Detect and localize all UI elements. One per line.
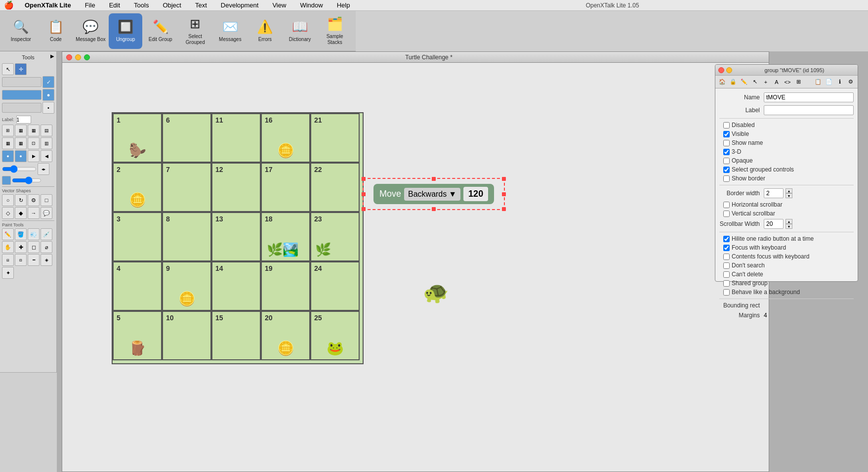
opaque-checkbox[interactable] <box>723 158 730 164</box>
handle-bm[interactable] <box>432 207 436 211</box>
menu-tools[interactable]: Tools <box>131 0 152 10</box>
move-outer[interactable]: Move Backwards ▼ 120 <box>373 184 494 204</box>
menu-app-name[interactable]: OpenXTalk Lite <box>22 0 74 10</box>
arrow-right[interactable]: ▶ <box>28 150 40 162</box>
menu-file[interactable]: File <box>82 0 98 10</box>
menu-development[interactable]: Development <box>218 0 262 10</box>
grid-btn2[interactable]: ▦ <box>15 125 27 136</box>
toolbar-sample-stacks[interactable]: 🗂️ Sample Stacks <box>318 13 352 49</box>
move-dropdown[interactable]: Backwards ▼ <box>404 188 460 201</box>
diamond-shape[interactable]: ◇ <box>2 207 14 219</box>
menu-view[interactable]: View <box>269 0 289 10</box>
toolbar-code[interactable]: 📋 Code <box>39 13 73 49</box>
handle-tm[interactable] <box>432 177 436 181</box>
show-name-checkbox[interactable] <box>723 140 730 146</box>
handle-br[interactable] <box>502 207 506 211</box>
select-grouped-controls-checkbox[interactable] <box>723 167 730 173</box>
arrow-left[interactable]: ◀ <box>41 150 52 162</box>
inspector-edit-icon[interactable]: ✏️ <box>739 77 749 87</box>
border-width-down[interactable]: ▼ <box>785 193 792 198</box>
circle-tool[interactable]: ● <box>42 89 54 101</box>
dont-search-checkbox[interactable] <box>723 262 730 269</box>
grid-btn6[interactable]: ▦ <box>15 137 27 149</box>
vertical-scrollbar-checkbox[interactable] <box>723 211 730 217</box>
toolbar-edit-group[interactable]: ✏️ Edit Group <box>143 13 177 49</box>
smear-tool[interactable]: ⌀ <box>41 241 52 253</box>
inspector-paste-icon[interactable]: 📄 <box>824 77 834 87</box>
grid-cell-8[interactable]: 8 <box>162 212 211 261</box>
focus-keyboard-checkbox[interactable] <box>723 245 730 251</box>
handle-mr[interactable] <box>502 192 506 196</box>
border-width-input[interactable] <box>764 188 784 198</box>
speech-shape[interactable]: 💬 <box>41 207 52 219</box>
cant-delete-checkbox[interactable] <box>723 271 730 278</box>
grid-btn8[interactable]: ▥ <box>41 137 52 149</box>
visible-checkbox[interactable] <box>723 131 730 137</box>
toolbar-ungroup[interactable]: 🔲 Ungroup <box>109 13 143 49</box>
grid-cell-4[interactable]: 4 <box>113 261 162 311</box>
inspector-settings-icon[interactable]: ⚙ <box>846 77 856 87</box>
move-block-container[interactable]: Move Backwards ▼ 120 <box>373 184 494 204</box>
slider2[interactable] <box>12 178 41 182</box>
toolbar-messages[interactable]: ✉️ Messages <box>213 13 248 49</box>
blue-dot2[interactable]: ● <box>15 150 27 162</box>
arrow-small[interactable]: ◂▸ <box>38 163 49 175</box>
horizontal-scrollbar-checkbox[interactable] <box>723 202 730 208</box>
canvas-close-btn[interactable] <box>66 54 72 60</box>
diamond2-shape[interactable]: ◆ <box>15 207 27 219</box>
move-tool[interactable]: ✛ <box>15 63 27 75</box>
pencil-tool[interactable]: ✏️ <box>2 228 14 240</box>
grid-cell-20[interactable]: 20 🪙 <box>261 311 310 360</box>
inspector-text-icon[interactable]: A <box>772 77 782 87</box>
eyedrop-tool[interactable]: 💉 <box>41 228 52 240</box>
grid-cell-3[interactable]: 3 <box>113 212 162 261</box>
layer4-tool[interactable]: ◈ <box>41 254 52 266</box>
scrollbar-width-input[interactable] <box>764 219 784 229</box>
menu-help[interactable]: Help <box>334 0 353 10</box>
grid-cell-6[interactable]: 6 <box>162 113 211 163</box>
grid-cell-11[interactable]: 11 <box>211 113 261 163</box>
hand-tool[interactable]: ✋ <box>2 241 14 253</box>
grid-cell-7[interactable]: 7 <box>162 163 211 212</box>
toolbar-errors[interactable]: ⚠️ Errors <box>248 13 282 49</box>
label-input[interactable] <box>16 116 31 124</box>
fill-tool[interactable]: 🪣 <box>15 228 27 240</box>
grid-cell-5[interactable]: 5 🪵 <box>113 311 162 360</box>
grid-cell-22[interactable]: 22 <box>310 163 360 212</box>
grid-cell-9[interactable]: 9 🪙 <box>162 261 211 311</box>
shared-group-checkbox[interactable] <box>723 280 730 287</box>
grid-btn7[interactable]: ⊡ <box>28 137 40 149</box>
grid-cell-25[interactable]: 25 🐸 <box>310 311 360 360</box>
grid-cell-21[interactable]: 21 <box>310 113 360 163</box>
toolbar-select-grouped[interactable]: ⊞ Select Grouped <box>178 13 212 49</box>
dot-tool[interactable]: • <box>42 102 54 114</box>
canvas-maximize-btn[interactable] <box>84 54 90 60</box>
grid-cell-15[interactable]: 15 <box>211 311 261 360</box>
scrollbar-width-up[interactable]: ▲ <box>785 219 792 224</box>
slider1[interactable] <box>2 167 37 171</box>
grid-cell-14[interactable]: 14 <box>211 261 261 311</box>
canvas-minimize-btn[interactable] <box>75 54 81 60</box>
grid-cell-17[interactable]: 17 <box>261 163 310 212</box>
menu-object[interactable]: Object <box>160 0 184 10</box>
cross-tool[interactable]: ✚ <box>15 241 27 253</box>
show-border-checkbox[interactable] <box>723 175 730 182</box>
menu-text[interactable]: Text <box>192 0 210 10</box>
hilite-radio-checkbox[interactable] <box>723 236 730 242</box>
label-input[interactable] <box>764 105 854 115</box>
layer1-tool[interactable]: ⧇ <box>2 254 14 266</box>
inspector-grid-icon[interactable]: ⊞ <box>793 77 803 87</box>
apple-menu[interactable]: 🍎 <box>4 0 14 10</box>
grid-cell-1[interactable]: 1 🦫 <box>113 113 162 163</box>
grid-cell-10[interactable]: 10 <box>162 311 211 360</box>
grid-cell-2[interactable]: 2 🪙 <box>113 163 162 212</box>
inspector-plus-icon[interactable]: + <box>761 77 771 87</box>
grid-cell-16[interactable]: 16 🪙 <box>261 113 310 163</box>
layer2-tool[interactable]: ⧈ <box>15 254 27 266</box>
name-input[interactable] <box>764 92 854 102</box>
square-shape[interactable]: □ <box>41 194 52 206</box>
move-number[interactable]: 120 <box>463 187 488 201</box>
inspector-cursor-icon[interactable]: ↖ <box>750 77 760 87</box>
grid-btn4[interactable]: ▤ <box>41 125 52 136</box>
disabled-checkbox[interactable] <box>723 122 730 129</box>
